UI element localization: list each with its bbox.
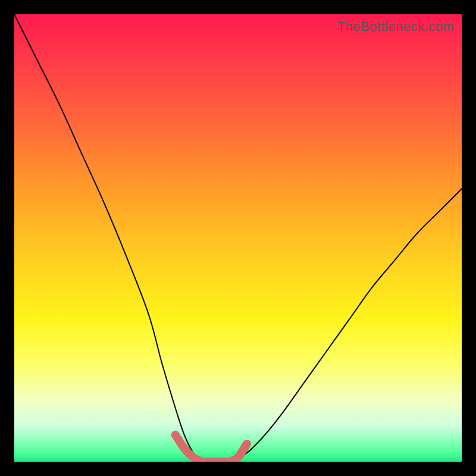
chart-frame: TheBottleneck.com	[0, 0, 476, 476]
plot-area: TheBottleneck.com	[14, 14, 462, 462]
watermark-text: TheBottleneck.com	[337, 19, 455, 35]
chart-svg	[14, 14, 462, 462]
bottleneck-curve-path	[14, 14, 462, 462]
